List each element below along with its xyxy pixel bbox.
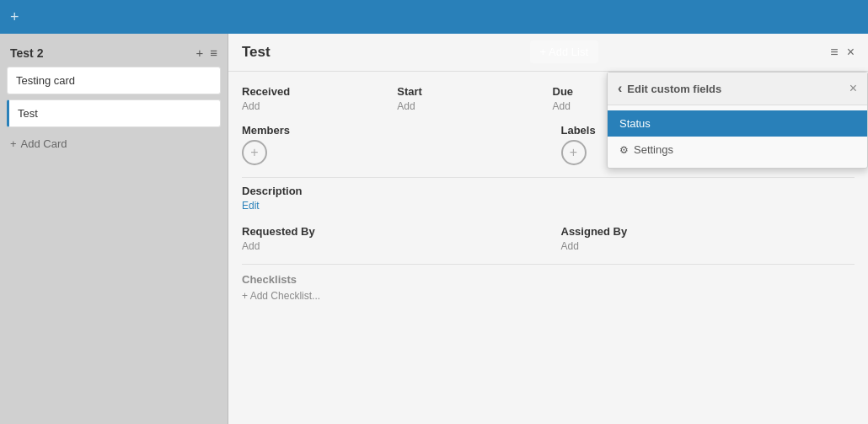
custom-fields-title: Edit custom fields xyxy=(627,83,721,95)
main-layout: Test 2 + ≡ Testing card Test + Add Card … xyxy=(0,34,868,424)
description-section: Description Edit xyxy=(242,177,855,212)
add-list-button[interactable]: + Add List xyxy=(530,40,598,63)
received-field: Received Add xyxy=(242,85,388,112)
settings-gear-icon: ⚙ xyxy=(619,144,629,156)
custom-fields-header: ‹ Edit custom fields × xyxy=(608,72,867,105)
add-card-plus-icon: + xyxy=(10,137,17,150)
sidebar: Test 2 + ≡ Testing card Test + Add Card xyxy=(0,34,228,424)
back-chevron-icon: ‹ xyxy=(618,81,622,96)
card-detail-panel: Test ≡ × + Add List Received Add Start A… xyxy=(228,34,868,424)
requested-assigned-row: Requested By Add Assigned By Add xyxy=(242,225,855,252)
cf-status-item[interactable]: Status xyxy=(608,110,867,137)
card-testing[interactable]: Testing card xyxy=(7,67,221,94)
add-label-button[interactable]: + xyxy=(561,140,587,165)
list-action-buttons: + ≡ xyxy=(196,46,217,60)
list-header: Test 2 + ≡ xyxy=(7,42,221,67)
list-add-icon[interactable]: + xyxy=(196,46,203,60)
card-menu-icon[interactable]: ≡ xyxy=(830,45,838,60)
topbar-plus-icon[interactable]: + xyxy=(10,8,19,26)
custom-fields-back-button[interactable]: ‹ Edit custom fields xyxy=(618,81,721,96)
card-detail-controls: ≡ × xyxy=(830,45,855,60)
checklists-section: Checklists + Add Checklist... xyxy=(242,264,855,302)
custom-fields-list: Status ⚙ Settings xyxy=(608,105,867,168)
card-test[interactable]: Test xyxy=(7,99,221,127)
topbar: + xyxy=(0,0,868,34)
card-title: Test xyxy=(242,44,271,61)
members-field: Members + xyxy=(242,124,536,165)
cf-settings-item[interactable]: ⚙ Settings xyxy=(608,137,867,163)
custom-fields-panel: ‹ Edit custom fields × Status ⚙ Settings xyxy=(607,72,868,169)
add-member-button[interactable]: + xyxy=(242,140,267,165)
requested-by-field: Requested By Add xyxy=(242,225,536,252)
card-detail-header: Test ≡ × + Add List xyxy=(228,34,868,72)
assigned-by-field: Assigned By Add xyxy=(561,225,855,252)
list-menu-icon[interactable]: ≡ xyxy=(210,46,217,60)
card-close-icon[interactable]: × xyxy=(847,45,855,60)
description-edit-link[interactable]: Edit xyxy=(242,200,260,212)
add-card-button[interactable]: + Add Card xyxy=(7,132,221,155)
custom-fields-close-icon[interactable]: × xyxy=(849,81,857,96)
add-checklist-link[interactable]: + Add Checklist... xyxy=(242,290,320,302)
list-title: Test 2 xyxy=(10,46,43,60)
start-field: Start Add xyxy=(397,85,544,112)
